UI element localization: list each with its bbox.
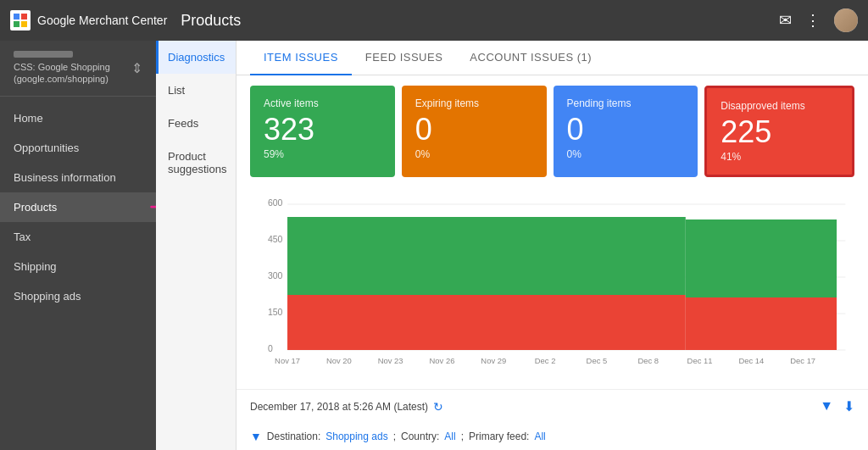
filter-destination-label: Destination: — [267, 431, 320, 442]
card-value: 0 — [415, 113, 533, 147]
sub-sidebar-label: Product suggestions — [168, 150, 226, 175]
sidebar-item-business[interactable]: Business information — [0, 163, 156, 192]
sidebar-item-products[interactable]: Products ➜ — [0, 192, 156, 222]
filter-country-value[interactable]: All — [444, 431, 455, 442]
filter-separator2: ; — [461, 431, 464, 442]
sub-sidebar-list[interactable]: List — [156, 74, 236, 107]
sidebar-item-label: Shipping — [14, 260, 57, 273]
tab-account-issues[interactable]: ACCOUNT ISSUES (1) — [456, 41, 605, 75]
filter-country-label: Country: — [401, 431, 439, 442]
card-label: Pending items — [567, 97, 685, 109]
svg-text:150: 150 — [268, 308, 283, 317]
account-thumbnail — [14, 51, 73, 58]
filter-feed-value[interactable]: All — [534, 431, 545, 442]
tabs-row: ITEM ISSUES FEED ISSUES ACCOUNT ISSUES (… — [236, 41, 868, 75]
filter-row: ▼ Destination: Shopping ads ; Country: A… — [236, 423, 868, 450]
svg-text:Dec 2: Dec 2 — [535, 357, 556, 365]
mail-icon[interactable]: ✉ — [779, 11, 792, 30]
filter-destination-value[interactable]: Shopping ads — [326, 431, 387, 442]
google-merchant-icon — [10, 10, 31, 31]
tab-feed-issues[interactable]: FEED ISSUES — [352, 41, 456, 75]
svg-text:Nov 17: Nov 17 — [275, 357, 300, 365]
svg-text:Dec 11: Dec 11 — [687, 357, 713, 365]
chart-area: 600 450 300 150 0 — [236, 187, 868, 389]
account-name: CSS: Google Shopping(google.com/shopping… — [14, 61, 110, 86]
topbar-actions: ✉ ⋮ — [779, 8, 858, 32]
footer: December 17, 2018 at 5:26 AM (Latest) ↻ … — [236, 389, 868, 423]
filter-icon[interactable]: ▼ — [820, 398, 833, 414]
svg-text:Nov 26: Nov 26 — [430, 357, 455, 365]
account-chevron-icon[interactable]: ⇕ — [131, 60, 142, 76]
account-info: CSS: Google Shopping(google.com/shopping… — [14, 51, 110, 86]
svg-text:Dec 14: Dec 14 — [738, 357, 764, 365]
sub-sidebar: Diagnostics List Feeds Product suggestio… — [156, 41, 236, 450]
sub-sidebar-label: Diagnostics — [168, 51, 225, 64]
main-layout: CSS: Google Shopping(google.com/shopping… — [0, 41, 868, 450]
svg-text:Dec 5: Dec 5 — [587, 357, 608, 365]
sidebar-item-label: Tax — [14, 231, 31, 243]
card-pct: 0% — [415, 148, 533, 160]
sidebar-account[interactable]: CSS: Google Shopping(google.com/shopping… — [0, 41, 156, 97]
svg-text:Dec 8: Dec 8 — [637, 357, 659, 365]
sidebar-item-shopping-ads[interactable]: Shopping ads — [0, 281, 156, 311]
footer-action-icons: ▼ ⬇ — [820, 398, 854, 414]
card-value: 225 — [721, 115, 838, 149]
sidebar-item-home[interactable]: Home — [0, 103, 156, 133]
svg-rect-14 — [287, 295, 686, 350]
svg-rect-0 — [14, 14, 19, 19]
svg-text:Nov 20: Nov 20 — [326, 357, 352, 365]
sidebar-item-shipping[interactable]: Shipping — [0, 252, 156, 281]
sidebar-item-label: Business information — [14, 171, 116, 184]
tab-label: ITEM ISSUES — [264, 51, 338, 64]
filter-funnel-icon: ▼ — [250, 430, 262, 443]
footer-date: December 17, 2018 at 5:26 AM (Latest) ↻ — [250, 400, 443, 414]
svg-rect-3 — [21, 21, 27, 27]
more-icon[interactable]: ⋮ — [805, 11, 821, 30]
svg-rect-1 — [21, 14, 27, 19]
page-title: Products — [181, 12, 241, 30]
sidebar-item-opportunities[interactable]: Opportunities — [0, 133, 156, 163]
card-pct: 0% — [567, 148, 685, 160]
card-label: Active items — [264, 97, 381, 109]
date-text: December 17, 2018 at 5:26 AM (Latest) — [250, 401, 428, 413]
svg-rect-16 — [686, 297, 837, 350]
sidebar-item-label: Products — [14, 201, 57, 214]
products-arrow-icon: ➜ — [149, 196, 156, 218]
sub-sidebar-label: Feeds — [168, 117, 198, 130]
topbar: Google Merchant Center Products ✉ ⋮ — [0, 0, 868, 41]
main-content: ITEM ISSUES FEED ISSUES ACCOUNT ISSUES (… — [236, 41, 868, 450]
tab-label: ACCOUNT ISSUES (1) — [470, 51, 592, 64]
filter-feed-label: Primary feed: — [469, 431, 529, 442]
card-pct: 41% — [721, 151, 838, 163]
timeline-chart: 600 450 300 150 0 — [250, 194, 854, 381]
svg-text:Dec 17: Dec 17 — [790, 357, 815, 365]
topbar-logo: Google Merchant Center — [10, 10, 167, 31]
expiring-items-card: Expiring items 0 0% — [402, 86, 547, 177]
sub-sidebar-product-suggestions[interactable]: Product suggestions — [156, 140, 236, 186]
card-value: 323 — [264, 113, 381, 147]
tab-item-issues[interactable]: ITEM ISSUES — [250, 41, 352, 75]
sidebar-item-tax[interactable]: Tax — [0, 222, 156, 252]
summary-cards: Active items 323 59% Expiring items 0 0%… — [236, 75, 868, 187]
sub-sidebar-diagnostics[interactable]: Diagnostics — [156, 41, 236, 74]
svg-text:600: 600 — [268, 198, 283, 208]
refresh-icon[interactable]: ↻ — [433, 400, 443, 414]
card-label: Disapproved items — [721, 100, 838, 112]
avatar[interactable] — [834, 8, 858, 32]
sidebar-nav: Home Opportunities Business information … — [0, 97, 156, 450]
svg-text:450: 450 — [268, 235, 283, 244]
svg-text:Nov 29: Nov 29 — [481, 357, 506, 365]
svg-rect-17 — [686, 219, 837, 297]
sidebar: CSS: Google Shopping(google.com/shopping… — [0, 41, 156, 450]
svg-text:300: 300 — [268, 271, 283, 281]
download-icon[interactable]: ⬇ — [843, 398, 854, 414]
svg-text:0: 0 — [268, 344, 273, 353]
sidebar-item-label: Opportunities — [14, 142, 79, 154]
active-items-card: Active items 323 59% — [250, 86, 395, 177]
disapproved-items-card: Disapproved items 225 41% — [704, 86, 854, 177]
card-pct: 59% — [264, 148, 381, 160]
sub-sidebar-label: List — [168, 84, 185, 97]
sidebar-item-label: Home — [14, 112, 43, 125]
sub-sidebar-feeds[interactable]: Feeds — [156, 107, 236, 140]
svg-rect-2 — [14, 21, 19, 27]
